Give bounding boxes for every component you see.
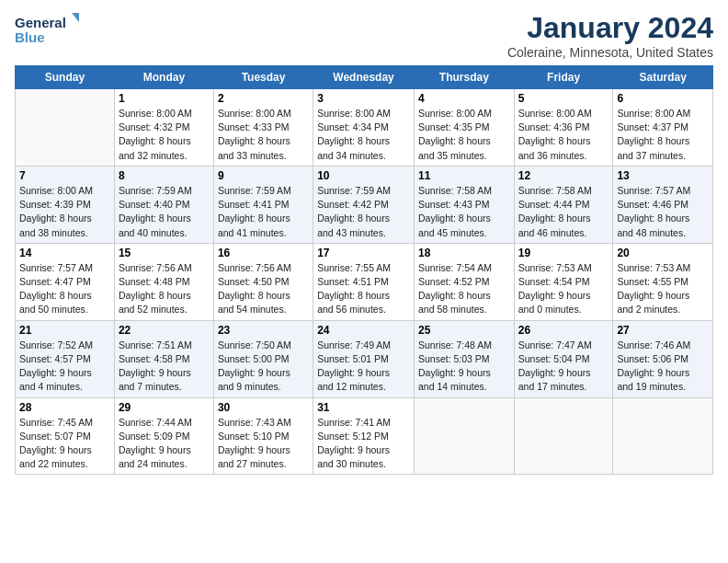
calendar-header-row: SundayMondayTuesdayWednesdayThursdayFrid… bbox=[16, 66, 713, 89]
calendar-cell: 12Sunrise: 7:58 AMSunset: 4:44 PMDayligh… bbox=[514, 166, 613, 243]
page-container: General Blue January 2024 Coleraine, Min… bbox=[0, 0, 728, 482]
logo-svg: General Blue bbox=[15, 11, 79, 48]
day-info: Sunrise: 7:58 AMSunset: 4:44 PMDaylight:… bbox=[518, 184, 609, 240]
header-row: General Blue January 2024 Coleraine, Min… bbox=[15, 11, 713, 60]
day-info: Sunrise: 7:44 AMSunset: 5:09 PMDaylight:… bbox=[119, 416, 210, 472]
col-header-monday: Monday bbox=[114, 66, 213, 89]
svg-text:General: General bbox=[15, 15, 66, 30]
calendar-cell bbox=[16, 89, 115, 167]
calendar-cell: 1Sunrise: 8:00 AMSunset: 4:32 PMDaylight… bbox=[114, 89, 213, 167]
calendar-cell: 28Sunrise: 7:45 AMSunset: 5:07 PMDayligh… bbox=[16, 397, 115, 475]
day-number: 2 bbox=[218, 92, 309, 105]
day-number: 28 bbox=[19, 401, 110, 414]
calendar-cell: 18Sunrise: 7:54 AMSunset: 4:52 PMDayligh… bbox=[414, 243, 514, 320]
day-info: Sunrise: 8:00 AMSunset: 4:32 PMDaylight:… bbox=[119, 107, 210, 163]
day-number: 30 bbox=[218, 401, 309, 414]
day-number: 1 bbox=[119, 92, 210, 105]
day-number: 23 bbox=[218, 324, 309, 337]
day-number: 4 bbox=[418, 92, 510, 105]
day-number: 12 bbox=[518, 169, 609, 182]
day-info: Sunrise: 7:59 AMSunset: 4:41 PMDaylight:… bbox=[218, 184, 309, 240]
calendar-cell bbox=[514, 397, 613, 475]
calendar-cell: 23Sunrise: 7:50 AMSunset: 5:00 PMDayligh… bbox=[213, 320, 313, 397]
day-number: 7 bbox=[19, 169, 110, 182]
calendar-cell: 21Sunrise: 7:52 AMSunset: 4:57 PMDayligh… bbox=[16, 320, 115, 397]
calendar-week-4: 21Sunrise: 7:52 AMSunset: 4:57 PMDayligh… bbox=[16, 320, 713, 397]
calendar-cell bbox=[414, 397, 514, 475]
calendar-cell: 27Sunrise: 7:46 AMSunset: 5:06 PMDayligh… bbox=[613, 320, 713, 397]
day-info: Sunrise: 7:49 AMSunset: 5:01 PMDaylight:… bbox=[317, 339, 410, 395]
day-number: 5 bbox=[518, 92, 609, 105]
day-number: 8 bbox=[119, 169, 210, 182]
calendar-cell: 8Sunrise: 7:59 AMSunset: 4:40 PMDaylight… bbox=[114, 166, 213, 243]
calendar-cell: 13Sunrise: 7:57 AMSunset: 4:46 PMDayligh… bbox=[613, 166, 713, 243]
day-number: 3 bbox=[317, 92, 410, 105]
day-number: 16 bbox=[218, 247, 309, 259]
day-info: Sunrise: 7:51 AMSunset: 4:58 PMDaylight:… bbox=[119, 339, 210, 395]
day-info: Sunrise: 7:50 AMSunset: 5:00 PMDaylight:… bbox=[218, 339, 309, 395]
calendar-week-3: 14Sunrise: 7:57 AMSunset: 4:47 PMDayligh… bbox=[16, 243, 713, 320]
col-header-saturday: Saturday bbox=[613, 66, 713, 89]
day-info: Sunrise: 8:00 AMSunset: 4:35 PMDaylight:… bbox=[418, 107, 510, 163]
logo: General Blue bbox=[15, 11, 79, 48]
calendar-cell: 16Sunrise: 7:56 AMSunset: 4:50 PMDayligh… bbox=[213, 243, 313, 320]
calendar-cell bbox=[613, 397, 713, 475]
day-info: Sunrise: 7:41 AMSunset: 5:12 PMDaylight:… bbox=[317, 416, 410, 472]
day-info: Sunrise: 7:56 AMSunset: 4:48 PMDaylight:… bbox=[119, 261, 210, 317]
day-info: Sunrise: 8:00 AMSunset: 4:36 PMDaylight:… bbox=[518, 107, 609, 163]
calendar-cell: 19Sunrise: 7:53 AMSunset: 4:54 PMDayligh… bbox=[514, 243, 613, 320]
day-number: 22 bbox=[119, 324, 210, 337]
day-number: 24 bbox=[317, 324, 410, 337]
title-block: January 2024 Coleraine, Minnesota, Unite… bbox=[507, 11, 713, 60]
day-info: Sunrise: 7:53 AMSunset: 4:54 PMDaylight:… bbox=[518, 261, 609, 317]
subtitle: Coleraine, Minnesota, United States bbox=[507, 45, 713, 60]
main-title: January 2024 bbox=[507, 11, 713, 45]
calendar-cell: 31Sunrise: 7:41 AMSunset: 5:12 PMDayligh… bbox=[313, 397, 415, 475]
day-info: Sunrise: 8:00 AMSunset: 4:37 PMDaylight:… bbox=[617, 107, 709, 163]
day-info: Sunrise: 7:56 AMSunset: 4:50 PMDaylight:… bbox=[218, 261, 309, 317]
day-number: 15 bbox=[119, 247, 210, 259]
calendar-cell: 24Sunrise: 7:49 AMSunset: 5:01 PMDayligh… bbox=[313, 320, 415, 397]
day-number: 21 bbox=[19, 324, 110, 337]
calendar-cell: 7Sunrise: 8:00 AMSunset: 4:39 PMDaylight… bbox=[16, 166, 115, 243]
day-number: 6 bbox=[617, 92, 709, 105]
day-number: 17 bbox=[317, 247, 410, 259]
calendar-week-5: 28Sunrise: 7:45 AMSunset: 5:07 PMDayligh… bbox=[16, 397, 713, 475]
day-number: 31 bbox=[317, 401, 410, 414]
day-number: 19 bbox=[518, 247, 609, 259]
calendar-week-2: 7Sunrise: 8:00 AMSunset: 4:39 PMDaylight… bbox=[16, 166, 713, 243]
calendar-cell: 11Sunrise: 7:58 AMSunset: 4:43 PMDayligh… bbox=[414, 166, 514, 243]
day-number: 9 bbox=[218, 169, 309, 182]
day-info: Sunrise: 7:54 AMSunset: 4:52 PMDaylight:… bbox=[418, 261, 510, 317]
day-info: Sunrise: 7:47 AMSunset: 5:04 PMDaylight:… bbox=[518, 339, 609, 395]
calendar-cell: 26Sunrise: 7:47 AMSunset: 5:04 PMDayligh… bbox=[514, 320, 613, 397]
day-info: Sunrise: 7:58 AMSunset: 4:43 PMDaylight:… bbox=[418, 184, 510, 240]
calendar-cell: 30Sunrise: 7:43 AMSunset: 5:10 PMDayligh… bbox=[213, 397, 313, 475]
day-number: 11 bbox=[418, 169, 510, 182]
col-header-friday: Friday bbox=[514, 66, 613, 89]
calendar-cell: 9Sunrise: 7:59 AMSunset: 4:41 PMDaylight… bbox=[213, 166, 313, 243]
calendar-cell: 6Sunrise: 8:00 AMSunset: 4:37 PMDaylight… bbox=[613, 89, 713, 167]
calendar-cell: 5Sunrise: 8:00 AMSunset: 4:36 PMDaylight… bbox=[514, 89, 613, 167]
day-info: Sunrise: 7:45 AMSunset: 5:07 PMDaylight:… bbox=[19, 416, 110, 472]
calendar-cell: 20Sunrise: 7:53 AMSunset: 4:55 PMDayligh… bbox=[613, 243, 713, 320]
calendar-cell: 15Sunrise: 7:56 AMSunset: 4:48 PMDayligh… bbox=[114, 243, 213, 320]
day-info: Sunrise: 8:00 AMSunset: 4:33 PMDaylight:… bbox=[218, 107, 309, 163]
calendar-cell: 14Sunrise: 7:57 AMSunset: 4:47 PMDayligh… bbox=[16, 243, 115, 320]
calendar-cell: 29Sunrise: 7:44 AMSunset: 5:09 PMDayligh… bbox=[114, 397, 213, 475]
calendar-cell: 10Sunrise: 7:59 AMSunset: 4:42 PMDayligh… bbox=[313, 166, 415, 243]
calendar-cell: 22Sunrise: 7:51 AMSunset: 4:58 PMDayligh… bbox=[114, 320, 213, 397]
svg-text:Blue: Blue bbox=[15, 29, 45, 45]
calendar-table: SundayMondayTuesdayWednesdayThursdayFrid… bbox=[15, 65, 713, 475]
day-info: Sunrise: 7:55 AMSunset: 4:51 PMDaylight:… bbox=[317, 261, 410, 317]
day-number: 29 bbox=[119, 401, 210, 414]
col-header-wednesday: Wednesday bbox=[313, 66, 415, 89]
day-number: 26 bbox=[518, 324, 609, 337]
day-info: Sunrise: 7:43 AMSunset: 5:10 PMDaylight:… bbox=[218, 416, 309, 472]
col-header-sunday: Sunday bbox=[16, 66, 115, 89]
day-number: 27 bbox=[617, 324, 709, 337]
day-info: Sunrise: 7:53 AMSunset: 4:55 PMDaylight:… bbox=[617, 261, 709, 317]
day-info: Sunrise: 8:00 AMSunset: 4:39 PMDaylight:… bbox=[19, 184, 110, 240]
day-number: 10 bbox=[317, 169, 410, 182]
svg-marker-2 bbox=[72, 13, 79, 22]
